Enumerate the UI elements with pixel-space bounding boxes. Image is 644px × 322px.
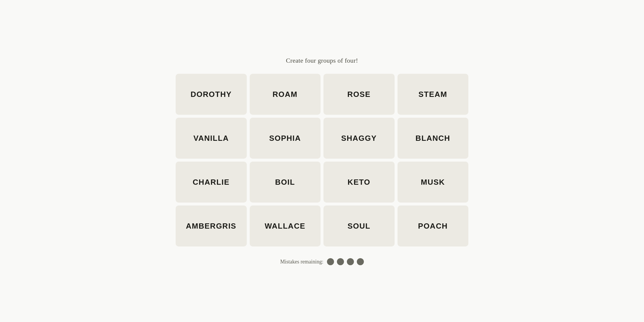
tile-grid: DOROTHYROAMROSESTEAMVANILLASOPHIASHAGGYB… (176, 74, 468, 246)
tile-sophia[interactable]: SOPHIA (250, 118, 321, 159)
subtitle: Create four groups of four! (286, 57, 358, 64)
tile-musk[interactable]: MUSK (398, 162, 469, 203)
mistakes-label: Mistakes remaining: (280, 259, 323, 265)
tile-poach[interactable]: POACH (398, 205, 469, 246)
tile-steam[interactable]: STEAM (398, 74, 469, 115)
tile-shaggy[interactable]: SHAGGY (323, 118, 395, 159)
tile-label-poach: POACH (418, 222, 448, 231)
tile-label-ambergris: AMBERGRIS (186, 222, 236, 231)
tile-label-blanch: BLANCH (415, 134, 450, 143)
game-container: Create four groups of four! DOROTHYROAMR… (176, 57, 468, 265)
tile-label-wallace: WALLACE (265, 222, 305, 231)
tile-label-keto: KETO (347, 178, 370, 187)
tile-label-soul: SOUL (347, 222, 370, 231)
mistakes-area: Mistakes remaining: (280, 258, 364, 265)
dots-container (327, 258, 364, 265)
tile-soul[interactable]: SOUL (323, 205, 395, 246)
tile-label-rose: ROSE (347, 90, 371, 99)
tile-blanch[interactable]: BLANCH (398, 118, 469, 159)
tile-label-shaggy: SHAGGY (341, 134, 377, 143)
mistake-dot-2 (337, 258, 344, 265)
tile-label-boil: BOIL (275, 178, 295, 187)
tile-wallace[interactable]: WALLACE (250, 205, 321, 246)
tile-label-sophia: SOPHIA (269, 134, 301, 143)
tile-label-roam: ROAM (273, 90, 297, 99)
tile-label-steam: STEAM (419, 90, 448, 99)
mistake-dot-1 (327, 258, 334, 265)
mistake-dot-3 (347, 258, 354, 265)
mistake-dot-4 (357, 258, 364, 265)
tile-label-dorothy: DOROTHY (191, 90, 232, 99)
tile-rose[interactable]: ROSE (323, 74, 395, 115)
tile-charlie[interactable]: CHARLIE (176, 162, 247, 203)
tile-label-charlie: CHARLIE (193, 178, 229, 187)
tile-boil[interactable]: BOIL (250, 162, 321, 203)
tile-label-vanilla: VANILLA (193, 134, 229, 143)
tile-dorothy[interactable]: DOROTHY (176, 74, 247, 115)
tile-roam[interactable]: ROAM (250, 74, 321, 115)
tile-keto[interactable]: KETO (323, 162, 395, 203)
tile-vanilla[interactable]: VANILLA (176, 118, 247, 159)
tile-ambergris[interactable]: AMBERGRIS (176, 205, 247, 246)
tile-label-musk: MUSK (421, 178, 445, 187)
